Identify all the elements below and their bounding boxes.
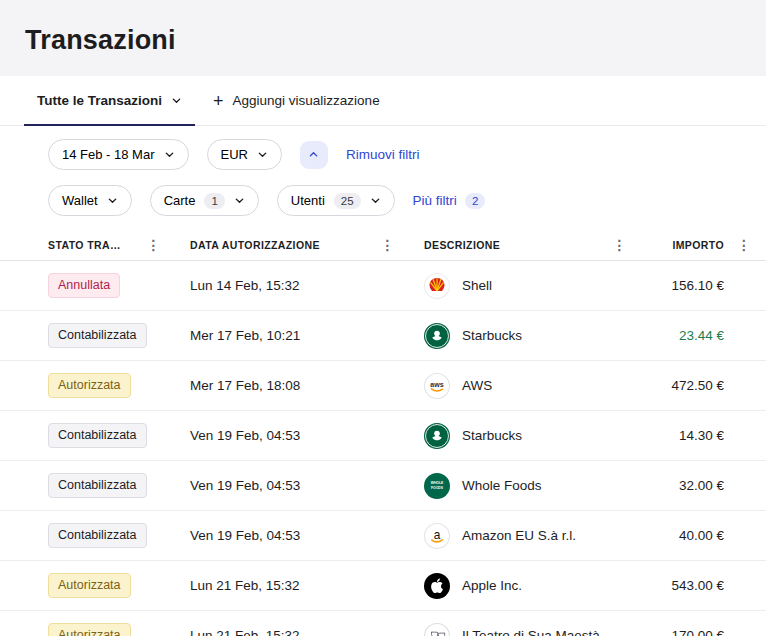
add-view-button[interactable]: + Aggiungi visualizzazione [213,76,380,125]
status-cell: Autorizzata [48,623,190,636]
merchant-name: Shell [462,278,492,293]
currency-label: EUR [221,147,248,162]
transactions-table: STATO TRANSAZIONE ⋮ DATA AUTORIZZAZIONE … [0,230,766,636]
table-row[interactable]: Autorizzata Lun 21 Feb, 15:32 Apple Inc.… [0,561,766,611]
column-description-label: DESCRIZIONE [424,239,500,251]
transaction-amount: 40.00 € [656,528,724,543]
transaction-amount: 472.50 € [656,378,724,393]
merchant-name: Starbucks [462,428,522,443]
filters-section: 14 Feb - 18 Mar EUR Rimuovi filtri Walle… [0,126,766,230]
users-filter[interactable]: Utenti 25 [277,185,395,216]
svg-text:FOODS: FOODS [431,485,444,489]
users-label: Utenti [291,193,325,208]
description-cell: Shell [424,273,656,299]
merchant-name: AWS [462,378,492,393]
date-range-filter[interactable]: 14 Feb - 18 Mar [48,139,189,170]
remove-filters-button[interactable]: Rimuovi filtri [346,147,420,162]
status-cell: Autorizzata [48,573,190,598]
column-menu-icon[interactable]: ⋮ [734,237,754,253]
status-badge: Autorizzata [48,623,131,636]
plus-icon: + [213,92,224,110]
currency-filter[interactable]: EUR [207,139,282,170]
cards-count-badge: 1 [204,193,224,209]
transaction-amount: 170.00 € [656,628,724,636]
merchant-name: Amazon EU S.à r.l. [462,528,576,543]
column-amount-menu: ⋮ [724,237,754,253]
users-count-badge: 25 [334,193,361,209]
table-row[interactable]: Contabilizzata Mer 17 Feb, 10:21 Starbuc… [0,311,766,361]
date-range-label: 14 Feb - 18 Mar [62,147,155,162]
merchant-name: Il Teatro di Sua Maestà [462,628,600,636]
tab-all-transactions[interactable]: Tutte le Transazioni [24,76,195,126]
apple-icon [424,573,450,599]
chevron-down-icon [164,149,175,160]
column-status: STATO TRANSAZIONE ⋮ [48,237,190,253]
whole-foods-icon: WHOLEFOODS [424,473,450,499]
transaction-amount: 14.30 € [656,428,724,443]
transaction-date: Ven 19 Feb, 04:53 [190,428,424,443]
tab-all-transactions-label: Tutte le Transazioni [37,93,162,108]
filter-row-1: 14 Feb - 18 Mar EUR Rimuovi filtri [48,139,742,170]
chevron-down-icon [107,195,118,206]
transactions-panel: Tutte le Transazioni + Aggiungi visualiz… [0,76,766,636]
column-menu-icon[interactable]: ⋮ [378,237,398,253]
transaction-date: Mer 17 Feb, 18:08 [190,378,424,393]
description-cell: Il Teatro di Sua Maestà [424,623,656,636]
chevron-down-icon [171,95,182,106]
description-cell: WHOLEFOODS Whole Foods [424,473,656,499]
amazon-icon: a [424,523,450,549]
wallet-filter[interactable]: Wallet [48,185,132,216]
description-cell: Starbucks [424,323,656,349]
table-row[interactable]: Contabilizzata Ven 19 Feb, 04:53 WHOLEFO… [0,461,766,511]
transaction-amount: 32.00 € [656,478,724,493]
more-filters-label: Più filtri [413,193,457,208]
status-cell: Contabilizzata [48,473,190,498]
chevron-up-icon [308,149,319,160]
tabs-row: Tutte le Transazioni + Aggiungi visualiz… [0,76,766,126]
cards-label: Carte [164,193,196,208]
description-cell: a Amazon EU S.à r.l. [424,523,656,549]
merchant-name: Apple Inc. [462,578,522,593]
column-menu-icon[interactable]: ⋮ [144,237,164,253]
filter-row-2: Wallet Carte 1 Utenti 25 Più filtri 2 [48,185,742,216]
table-body: Annullata Lun 14 Feb, 15:32 Shell 156.10… [0,261,766,636]
transaction-amount: 23.44 € [656,328,724,343]
column-amount-label: IMPORTO [672,239,724,251]
transaction-amount: 156.10 € [656,278,724,293]
collapse-filters-button[interactable] [300,141,328,169]
svg-text:aws: aws [430,380,443,387]
column-date-label: DATA AUTORIZZAZIONE [190,239,320,251]
more-filters-count-badge: 2 [465,193,485,209]
status-badge: Annullata [48,273,120,298]
aws-icon: aws [424,373,450,399]
description-cell: aws AWS [424,373,656,399]
table-row[interactable]: Contabilizzata Ven 19 Feb, 04:53 Starbuc… [0,411,766,461]
status-badge: Autorizzata [48,573,131,598]
chevron-down-icon [234,195,245,206]
shell-icon [424,273,450,299]
transaction-date: Lun 21 Feb, 15:32 [190,628,424,636]
status-badge: Contabilizzata [48,323,147,348]
column-menu-icon[interactable]: ⋮ [610,237,630,253]
table-header: STATO TRANSAZIONE ⋮ DATA AUTORIZZAZIONE … [0,230,766,261]
cards-filter[interactable]: Carte 1 [150,185,259,216]
transaction-date: Ven 19 Feb, 04:53 [190,528,424,543]
theatre-icon [424,623,450,636]
status-badge: Autorizzata [48,373,131,398]
starbucks-icon [424,423,450,449]
status-badge: Contabilizzata [48,423,147,448]
remove-filters-label: Rimuovi filtri [346,147,420,162]
transaction-date: Ven 19 Feb, 04:53 [190,478,424,493]
status-cell: Autorizzata [48,373,190,398]
table-row[interactable]: Autorizzata Mer 17 Feb, 18:08 aws AWS 47… [0,361,766,411]
chevron-down-icon [257,149,268,160]
table-row[interactable]: Annullata Lun 14 Feb, 15:32 Shell 156.10… [0,261,766,311]
status-cell: Contabilizzata [48,523,190,548]
merchant-name: Whole Foods [462,478,542,493]
more-filters-button[interactable]: Più filtri 2 [413,193,486,209]
transaction-amount: 543.00 € [656,578,724,593]
status-cell: Contabilizzata [48,423,190,448]
column-description: DESCRIZIONE ⋮ [424,237,656,253]
table-row[interactable]: Contabilizzata Ven 19 Feb, 04:53 a Amazo… [0,511,766,561]
table-row[interactable]: Autorizzata Lun 21 Feb, 15:32 Il Teatro … [0,611,766,636]
